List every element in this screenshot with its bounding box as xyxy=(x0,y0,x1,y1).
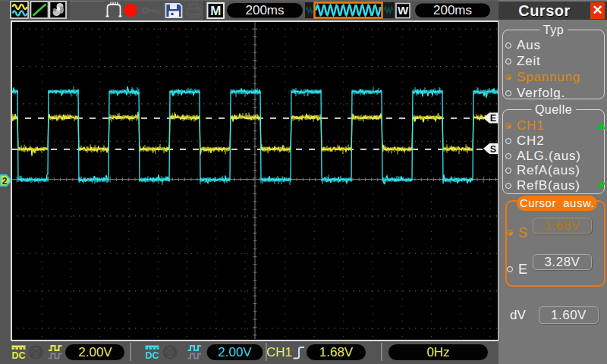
svg-text:DC: DC xyxy=(11,350,25,361)
svg-text:2.00V: 2.00V xyxy=(218,345,252,359)
svg-text:DC: DC xyxy=(145,350,159,361)
svg-text:2: 2 xyxy=(2,176,8,187)
svg-text:20: 20 xyxy=(31,347,42,358)
svg-text:1.68V: 1.68V xyxy=(319,345,354,359)
svg-text:S: S xyxy=(490,144,496,155)
svg-text:20: 20 xyxy=(165,347,175,358)
svg-text:2.00V: 2.00V xyxy=(78,345,112,359)
svg-text:E: E xyxy=(490,113,496,124)
svg-text:CH1: CH1 xyxy=(266,345,292,359)
svg-text:0Hz: 0Hz xyxy=(426,345,449,359)
